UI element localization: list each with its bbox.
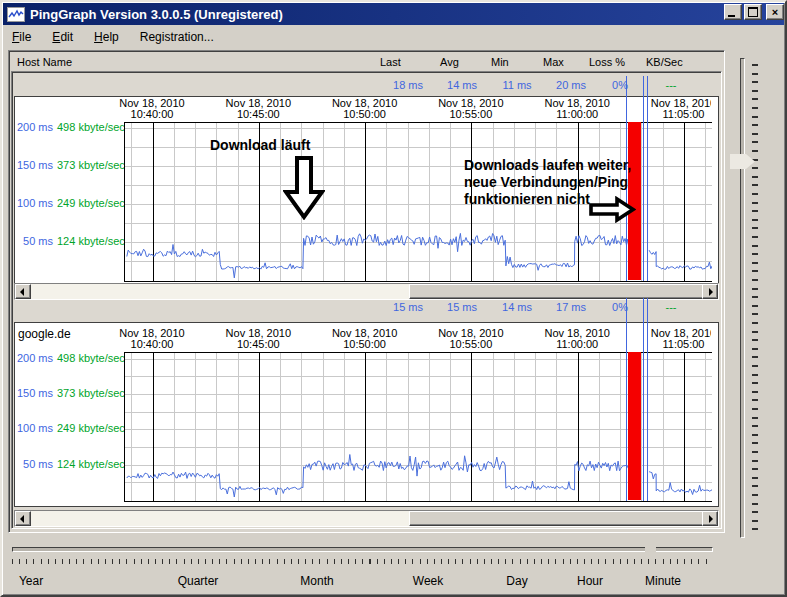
scrollbar-thumb[interactable] (409, 284, 704, 299)
y-label-rate: 373 kbyte/sec (57, 387, 125, 399)
x-tick-label: Nov 18, 201011:05:00 (651, 98, 711, 120)
time-scale-label-day: Day (506, 574, 527, 588)
block-arrow-right-icon (589, 196, 636, 223)
graph-scrollbar-1[interactable] (14, 283, 719, 300)
triangle-left-icon (20, 288, 24, 296)
ping-graph-plot-2 (124, 352, 712, 502)
ping-trace (127, 455, 712, 498)
x-tick-label: Nov 18, 201010:45:00 (226, 328, 291, 350)
event-marker-line (643, 298, 644, 501)
vertical-zoom-slider-track[interactable] (740, 58, 745, 538)
y-label-ms: 100 ms (15, 197, 53, 209)
y-label-rate: 373 kbyte/sec (57, 159, 125, 171)
x-tick-label: Nov 18, 201010:50:00 (332, 98, 397, 120)
x-tick-label: Nov 18, 201010:45:00 (226, 98, 291, 120)
event-marker-line (626, 298, 627, 501)
graph-scrollbar-2[interactable] (14, 510, 719, 527)
scrollbar-thumb[interactable] (409, 511, 704, 526)
time-scale-label-month: Month (300, 574, 333, 588)
block-arrow-down-icon (283, 156, 325, 220)
x-axis-labels: Nov 18, 201010:40:00Nov 18, 201010:45:00… (15, 97, 711, 122)
triangle-right-icon (709, 288, 713, 296)
stats-min-host1: 11 ms (502, 79, 531, 91)
host-name-column-header: Host Name (17, 56, 72, 68)
graph-panel-2: google.deNov 18, 201010:40:00Nov 18, 201… (14, 322, 719, 507)
menu-item-file[interactable]: File (5, 28, 38, 46)
y-label-rate: 498 kbyte/sec (57, 352, 125, 364)
time-scale-label-quarter: Quarter (178, 574, 219, 588)
y-label-rate: 498 kbyte/sec (57, 121, 125, 133)
column-header-loss: Loss % (589, 56, 625, 68)
x-tick-label: Nov 18, 201011:00:00 (544, 328, 609, 350)
scrollbar-right-button[interactable] (702, 511, 718, 526)
x-tick-label: Nov 18, 201011:00:00 (544, 98, 609, 120)
menu-item-registration[interactable]: Registration... (133, 28, 221, 46)
y-label-rate: 124 kbyte/sec (57, 458, 125, 470)
event-marker-line (647, 298, 648, 501)
annotation-outage-line2: neue Verbindungen/Ping (464, 174, 631, 191)
annotation-outage-line1: Downloads laufen weiter, (464, 157, 631, 174)
stats-avg-host1: 14 ms (447, 79, 477, 91)
column-header-avg: Avg (440, 56, 459, 68)
event-marker-line (647, 76, 648, 281)
time-scale-label-year: Year (19, 574, 43, 588)
pinggraph-window: { "window": { "title": "PingGraph Versio… (0, 0, 787, 597)
scrollbar-left-button[interactable] (15, 511, 31, 526)
x-tick-label: Nov 18, 201010:40:00 (119, 98, 184, 120)
triangle-left-icon (20, 515, 24, 523)
maximize-icon (748, 7, 758, 17)
x-tick-label: Nov 18, 201011:05:00 (651, 328, 711, 350)
y-label-ms: 150 ms (15, 159, 53, 171)
x-axis-labels: Nov 18, 201010:40:00Nov 18, 201010:45:00… (15, 323, 711, 352)
close-button[interactable]: × (766, 4, 784, 20)
y-label-ms: 150 ms (15, 387, 53, 399)
y-label-ms: 200 ms (15, 121, 53, 133)
column-header-last: Last (380, 56, 401, 68)
menu-bar: FileEditHelpRegistration... (5, 27, 782, 47)
maximize-button[interactable] (744, 4, 762, 20)
menu-item-help[interactable]: Help (87, 28, 126, 46)
time-scale-slider-track[interactable] (12, 547, 713, 552)
column-header-max: Max (543, 56, 564, 68)
time-scale-label-week: Week (413, 574, 443, 588)
y-label-ms: 100 ms (15, 422, 53, 434)
y-label-ms: 200 ms (15, 352, 53, 364)
x-tick-label: Nov 18, 201010:55:00 (438, 328, 503, 350)
stats-max-host1: 20 ms (556, 79, 586, 91)
event-marker-line (643, 76, 644, 281)
window-title: PingGraph Version 3.0.0.5 (Unregistered) (30, 7, 283, 22)
x-tick-label: Nov 18, 201010:40:00 (119, 328, 184, 350)
stats-kbsec-host2: --- (666, 301, 677, 313)
column-header-kbsec: KB/Sec (646, 56, 683, 68)
title-bar[interactable]: PingGraph Version 3.0.0.5 (Unregistered) (3, 3, 784, 25)
x-icon: × (772, 7, 778, 17)
x-tick-label: Nov 18, 201010:50:00 (332, 328, 397, 350)
stats-last-host2: 15 ms (393, 301, 423, 313)
minimize-button[interactable] (724, 4, 742, 20)
stats-max-host2: 17 ms (556, 301, 586, 313)
time-scale-label-minute: Minute (645, 574, 681, 588)
scrollbar-right-button[interactable] (702, 284, 718, 299)
time-scale-slider-thumb[interactable] (645, 539, 656, 558)
time-scale-slider-ticks (12, 559, 711, 564)
column-header-min: Min (491, 56, 509, 68)
menu-item-edit[interactable]: Edit (45, 28, 80, 46)
minimize-icon (728, 15, 735, 17)
y-label-rate: 124 kbyte/sec (57, 235, 125, 247)
triangle-right-icon (709, 515, 713, 523)
y-label-rate: 249 kbyte/sec (57, 422, 125, 434)
y-label-ms: 50 ms (15, 235, 53, 247)
x-tick-label: Nov 18, 201010:55:00 (438, 98, 503, 120)
stats-last-host1: 18 ms (393, 79, 423, 91)
outage-band (628, 352, 641, 500)
vertical-zoom-slider-ticks (752, 64, 758, 536)
app-icon (7, 7, 25, 22)
annotation-download: Download läuft (210, 137, 310, 153)
y-label-rate: 249 kbyte/sec (57, 197, 125, 209)
y-label-ms: 50 ms (15, 458, 53, 470)
time-scale-label-hour: Hour (577, 574, 603, 588)
stats-kbsec-host1: --- (666, 79, 677, 91)
scrollbar-left-button[interactable] (15, 284, 31, 299)
stats-avg-host2: 15 ms (447, 301, 477, 313)
stats-min-host2: 14 ms (502, 301, 532, 313)
